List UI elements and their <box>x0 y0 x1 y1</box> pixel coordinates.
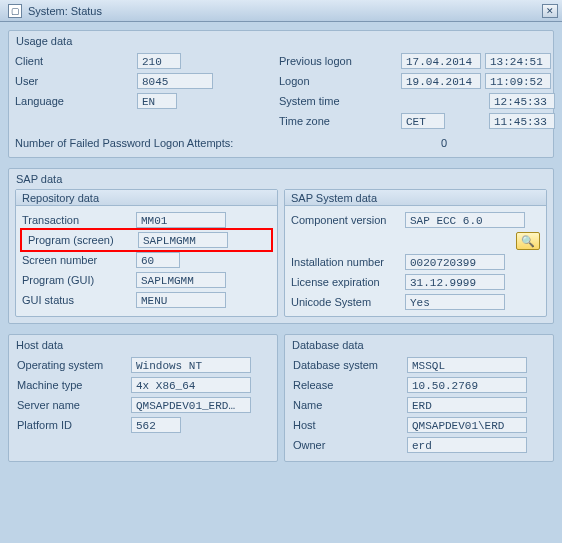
host-group: Host data Operating system Windows NT Ma… <box>8 334 278 462</box>
db-group: Database data Database system MSSQL Rele… <box>284 334 554 462</box>
systime-field: 12:45:33 <box>489 93 555 109</box>
transaction-field[interactable]: MM01 <box>136 212 226 228</box>
program-gui-label: Program (GUI) <box>22 274 132 286</box>
prevlogon-date-field: 17.04.2014 <box>401 53 481 69</box>
component-field[interactable]: SAP ECC 6.0 <box>405 212 525 228</box>
program-screen-label: Program (screen) <box>28 234 134 246</box>
window-icon: ▢ <box>8 4 22 18</box>
gui-status-field[interactable]: MENU <box>136 292 226 308</box>
program-screen-field[interactable]: SAPLMGMM <box>138 232 228 248</box>
timezone-label: Time zone <box>279 115 397 127</box>
sap-group-title: SAP data <box>13 173 65 185</box>
close-button[interactable]: ✕ <box>542 4 558 18</box>
user-label: User <box>15 75 133 87</box>
host-group-title: Host data <box>13 339 66 351</box>
program-screen-row-highlight: Program (screen) SAPLMGMM <box>20 228 273 252</box>
window-title: System: Status <box>28 5 542 17</box>
sapsystem-panel: SAP System data Component version SAP EC… <box>284 189 547 317</box>
server-label: Server name <box>17 399 127 411</box>
repository-panel: Repository data Transaction MM01 Program… <box>15 189 278 317</box>
attempts-value: 0 <box>407 137 447 149</box>
db-name-field: ERD <box>407 397 527 413</box>
client-label: Client <box>15 55 133 67</box>
prevlogon-label: Previous logon <box>279 55 397 67</box>
usage-group: Usage data Client 210 Previous logon 17.… <box>8 30 554 158</box>
component-label: Component version <box>291 214 401 226</box>
os-field: Windows NT <box>131 357 251 373</box>
db-name-label: Name <box>293 399 403 411</box>
db-release-label: Release <box>293 379 403 391</box>
db-release-field: 10.50.2769 <box>407 377 527 393</box>
license-label: License expiration <box>291 276 401 288</box>
db-system-field: MSSQL <box>407 357 527 373</box>
unicode-field: Yes <box>405 294 505 310</box>
unicode-label: Unicode System <box>291 296 401 308</box>
client-field[interactable]: 210 <box>137 53 181 69</box>
os-label: Operating system <box>17 359 127 371</box>
server-field[interactable]: QMSAPDEV01_ERD… <box>131 397 251 413</box>
machine-label: Machine type <box>17 379 127 391</box>
transaction-label: Transaction <box>22 214 132 226</box>
timezone-time-field: 11:45:33 <box>489 113 555 129</box>
prevlogon-time-field: 13:24:51 <box>485 53 551 69</box>
repository-header: Repository data <box>16 190 277 206</box>
logon-label: Logon <box>279 75 397 87</box>
db-host-field[interactable]: QMSAPDEV01\ERD <box>407 417 527 433</box>
logon-time-field: 11:09:52 <box>485 73 551 89</box>
db-group-title: Database data <box>289 339 367 351</box>
screen-number-label: Screen number <box>22 254 132 266</box>
db-owner-field: erd <box>407 437 527 453</box>
db-system-label: Database system <box>293 359 403 371</box>
usage-group-title: Usage data <box>13 35 75 47</box>
license-field: 31.12.9999 <box>405 274 505 290</box>
language-label: Language <box>15 95 133 107</box>
logon-date-field: 19.04.2014 <box>401 73 481 89</box>
detail-icon-button[interactable]: 🔍 <box>516 232 540 250</box>
sap-group: SAP data Repository data Transaction MM0… <box>8 168 554 324</box>
platform-field: 562 <box>131 417 181 433</box>
titlebar: ▢ System: Status ✕ <box>0 0 562 22</box>
db-host-label: Host <box>293 419 403 431</box>
install-label: Installation number <box>291 256 401 268</box>
install-field: 0020720399 <box>405 254 505 270</box>
systime-label: System time <box>279 95 397 107</box>
platform-label: Platform ID <box>17 419 127 431</box>
sapsystem-header: SAP System data <box>285 190 546 206</box>
screen-number-field[interactable]: 60 <box>136 252 180 268</box>
machine-field: 4x X86_64 <box>131 377 251 393</box>
language-field[interactable]: EN <box>137 93 177 109</box>
db-owner-label: Owner <box>293 439 403 451</box>
gui-status-label: GUI status <box>22 294 132 306</box>
program-gui-field[interactable]: SAPLMGMM <box>136 272 226 288</box>
timezone-zone-field[interactable]: CET <box>401 113 445 129</box>
attempts-label: Number of Failed Password Logon Attempts… <box>15 137 233 149</box>
magnify-icon: 🔍 <box>521 235 535 248</box>
user-field[interactable]: 8045 <box>137 73 213 89</box>
